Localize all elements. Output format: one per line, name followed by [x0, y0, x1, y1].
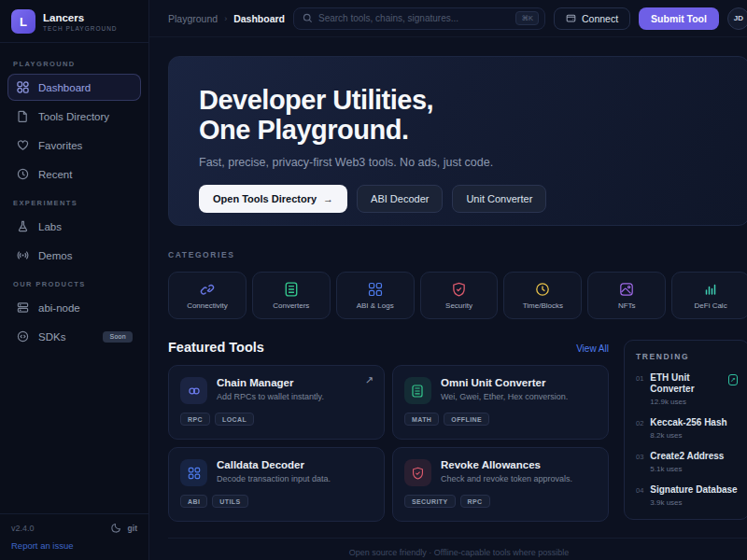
- link-icon: [180, 377, 207, 404]
- theme-moon-icon[interactable]: [111, 523, 121, 533]
- category-label: NFTs: [618, 301, 636, 310]
- breadcrumb-parent[interactable]: Playground: [168, 13, 218, 24]
- sidebar-item-label: SDKs: [38, 331, 65, 343]
- sidebar-item-favorites[interactable]: Favorites: [7, 132, 141, 159]
- tool-tag: OFFLINE: [444, 413, 489, 426]
- tool-card-calldata-decoder[interactable]: Calldata Decoder Decode transaction inpu…: [168, 447, 385, 522]
- search-icon: [303, 13, 313, 23]
- trending-rank: 04: [636, 486, 643, 495]
- abi-grid-icon: [180, 459, 207, 486]
- sidebar-item-tools-directory[interactable]: Tools Directory: [7, 103, 141, 130]
- sidebar: L Lancers TECH PLAYGROUND PLAYGROUND Das…: [0, 0, 149, 560]
- git-link[interactable]: git: [128, 524, 137, 533]
- tool-name: Calldata Decoder: [217, 459, 331, 470]
- featured-section: Featured Tools View All ↗ Chain Manager: [168, 340, 609, 522]
- flask-icon: [16, 219, 30, 233]
- tool-tag: RPC: [460, 495, 490, 508]
- abi-decoder-button[interactable]: ABI Decoder: [357, 185, 443, 213]
- tool-tag: SECURITY: [404, 495, 456, 508]
- trending-name: Create2 Address: [650, 451, 724, 462]
- category-label: Security: [445, 301, 472, 310]
- report-issue-link[interactable]: Report an issue: [11, 540, 137, 551]
- category-label: ABI & Logs: [357, 301, 394, 310]
- view-all-link[interactable]: View All: [576, 343, 609, 354]
- trending-rank: 02: [636, 419, 643, 427]
- open-tools-directory-button[interactable]: Open Tools Directory →: [199, 185, 347, 213]
- submit-tool-button[interactable]: Submit Tool: [639, 7, 719, 30]
- categories-row: Connectivity Converters ABI & Logs Secur…: [168, 272, 747, 319]
- file-icon: [16, 109, 30, 123]
- category-label: Converters: [273, 301, 309, 310]
- tool-name: Chain Manager: [217, 377, 324, 388]
- abi-grid-icon: [368, 282, 383, 297]
- trending-rank: 03: [636, 453, 643, 461]
- nav-section-our-products: OUR PRODUCTS: [7, 271, 141, 294]
- category-converters[interactable]: Converters: [252, 272, 331, 319]
- broadcast-icon: [16, 248, 30, 262]
- user-avatar[interactable]: JD: [727, 7, 747, 30]
- brand-logo: L: [11, 9, 35, 34]
- categories-label: CATEGORIES: [168, 250, 747, 259]
- sidebar-item-label: Recent: [38, 169, 72, 180]
- connect-label: Connect: [582, 13, 618, 24]
- category-defi-calc[interactable]: DeFi Calc: [671, 272, 747, 319]
- tool-tag: ABI: [180, 495, 207, 508]
- category-nfts[interactable]: NFTs: [587, 272, 666, 319]
- featured-title: Featured Tools: [168, 340, 264, 355]
- trending-item-2[interactable]: 02 Keccak-256 Hash 8.2k uses: [636, 417, 738, 440]
- unit-converter-button[interactable]: Unit Converter: [452, 185, 546, 213]
- trending-uses: 3.9k uses: [650, 498, 737, 507]
- search-bar[interactable]: ⌘K: [293, 7, 545, 30]
- sidebar-nav: PLAYGROUND Dashboard Tools Directory Fav…: [0, 43, 148, 352]
- trending-item-4[interactable]: 04 Signature Database 3.9k uses: [636, 484, 738, 507]
- tool-description: Add RPCs to wallet instantly.: [217, 392, 324, 401]
- link-icon: [200, 282, 215, 297]
- heart-icon: [16, 138, 30, 152]
- sidebar-item-label: Dashboard: [38, 82, 91, 93]
- tool-description: Decode transaction input data.: [217, 474, 331, 483]
- clock-icon: [16, 167, 30, 181]
- server-icon: [16, 301, 30, 315]
- category-label: DeFi Calc: [695, 301, 727, 310]
- tool-card-omni-unit-converter[interactable]: Omni Unit Converter Wei, Gwei, Ether, He…: [392, 365, 609, 440]
- search-input[interactable]: [318, 13, 510, 23]
- code-circle-icon: [16, 329, 30, 343]
- hero-banner: Developer Utilities, One Playground. Fas…: [168, 56, 747, 226]
- nav-section-playground: PLAYGROUND: [7, 50, 141, 74]
- category-abi-logs[interactable]: ABI & Logs: [336, 272, 415, 319]
- dashboard-grid-icon: [16, 80, 30, 94]
- topbar: Playground › Dashboard ⌘K Connect Submit…: [149, 0, 747, 37]
- sidebar-item-label: Favorites: [38, 140, 82, 151]
- sidebar-item-labs[interactable]: Labs: [7, 213, 141, 240]
- trending-title: TRENDING: [636, 352, 738, 361]
- sidebar-item-label: Tools Directory: [38, 111, 109, 122]
- trending-item-1[interactable]: 01 ETH Unit Converter 12.9k uses ↗: [636, 372, 738, 406]
- sidebar-item-label: abi-node: [38, 302, 80, 314]
- bar-chart-icon: [703, 282, 718, 297]
- brand-name: Lancers: [43, 12, 118, 23]
- sidebar-item-demos[interactable]: Demos: [7, 242, 141, 269]
- tool-card-revoke-allowances[interactable]: Revoke Allowances Check and revoke token…: [392, 447, 609, 522]
- arrow-right-icon: →: [323, 193, 333, 204]
- tool-name: Omni Unit Converter: [441, 377, 568, 388]
- category-time-blocks[interactable]: Time/Blocks: [503, 272, 582, 319]
- trending-item-3[interactable]: 03 Create2 Address 5.1k uses: [636, 451, 738, 473]
- tool-grid: ↗ Chain Manager Add RPCs to wallet insta…: [168, 365, 609, 522]
- category-connectivity[interactable]: Connectivity: [168, 272, 247, 319]
- sidebar-item-abi-node[interactable]: abi-node: [7, 294, 141, 321]
- connect-button[interactable]: Connect: [554, 7, 630, 30]
- sidebar-item-sdks[interactable]: SDKs Soon: [7, 323, 141, 350]
- category-security[interactable]: Security: [420, 272, 499, 319]
- hero-title: Developer Utilities, One Playground.: [199, 85, 719, 146]
- tool-card-chain-manager[interactable]: ↗ Chain Manager Add RPCs to wallet insta…: [168, 365, 385, 440]
- image-icon: [619, 282, 634, 297]
- brand[interactable]: L Lancers TECH PLAYGROUND: [0, 0, 148, 43]
- tool-description: Wei, Gwei, Ether, Hex conversion.: [441, 392, 568, 401]
- main-area: Playground › Dashboard ⌘K Connect Submit…: [149, 0, 747, 560]
- footer-note: Open source friendly · Offline-capable t…: [168, 538, 747, 557]
- tool-tag: RPC: [180, 413, 210, 426]
- version-label: v2.4.0: [11, 524, 35, 533]
- trending-uses: 5.1k uses: [650, 465, 724, 473]
- sidebar-item-recent[interactable]: Recent: [7, 161, 141, 188]
- sidebar-item-dashboard[interactable]: Dashboard: [7, 74, 141, 101]
